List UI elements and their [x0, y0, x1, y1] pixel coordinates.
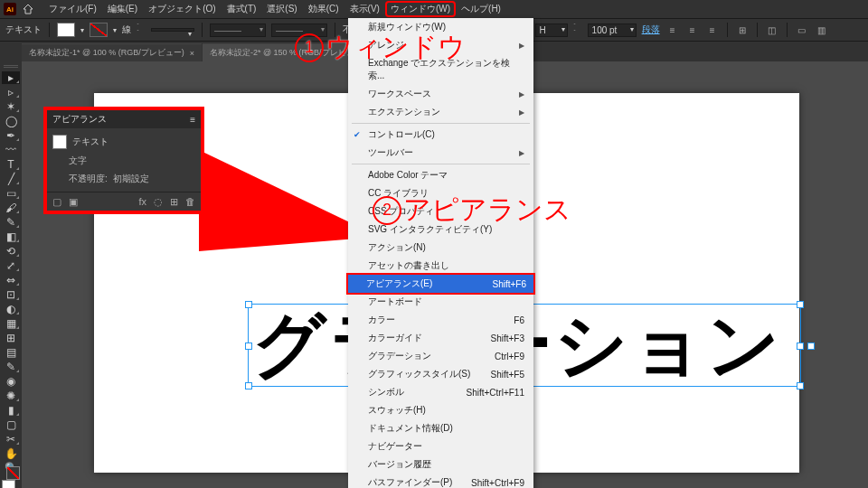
eyedropper-tool[interactable]: ✎ [2, 361, 20, 373]
menu-entry[interactable]: Adobe Color テーマ [348, 166, 533, 184]
menu-item[interactable]: ウィンドウ(W) [385, 1, 456, 17]
close-icon[interactable]: × [190, 49, 194, 58]
appearance-opacity-value[interactable]: 初期設定 [113, 173, 149, 185]
rectangle-tool[interactable]: ▭ [2, 187, 20, 200]
menu-entry[interactable]: カラーF6 [348, 311, 533, 329]
menu-label: ワークスペース [368, 88, 431, 100]
out-port-handle[interactable] [807, 343, 815, 350]
menu-item[interactable]: 書式(T) [222, 1, 262, 17]
free-transform-tool[interactable]: ⊡ [2, 288, 20, 301]
new-stroke-icon[interactable]: ▣ [69, 196, 78, 208]
menu-label: パスファインダー(P) [368, 476, 452, 488]
menu-entry[interactable]: ドキュメント情報(D) [348, 419, 533, 437]
pen-tool[interactable]: ✒ [2, 129, 20, 142]
align-left-icon[interactable]: ≡ [665, 23, 680, 37]
blend-tool[interactable]: ◉ [2, 375, 20, 388]
appearance-item[interactable]: テキスト [72, 136, 108, 148]
panel-tab[interactable]: アピアランス [52, 113, 107, 126]
menu-entry[interactable]: グラフィックスタイル(S)Shift+F5 [348, 365, 533, 383]
menu-entry[interactable]: ツールバー▶ [348, 144, 533, 162]
panel-menu-icon[interactable]: ≡ [190, 115, 195, 125]
artboard-tool[interactable]: ▢ [2, 418, 20, 431]
menu-entry[interactable]: アクション(N) [348, 239, 533, 257]
scale-tool[interactable]: ⤢ [2, 259, 20, 272]
rotate-tool[interactable]: ⟲ [2, 245, 20, 258]
toolbar-grip[interactable] [4, 65, 18, 68]
paintbrush-tool[interactable]: 🖌 [2, 202, 20, 214]
stroke-profile[interactable]: ——— [210, 23, 266, 37]
lasso-tool[interactable]: ◯ [2, 115, 20, 127]
misc-icon[interactable]: ▥ [815, 23, 829, 37]
slice-tool[interactable]: ✂ [2, 433, 20, 446]
home-icon[interactable] [22, 3, 34, 15]
window-menu[interactable]: 新規ウィンドウ(W)アレンジ▶Exchange でエクステンションを検索...ワ… [348, 18, 533, 488]
shape-builder-tool[interactable]: ◐ [2, 303, 20, 315]
magic-wand-tool[interactable]: ✶ [2, 100, 20, 113]
resize-handle[interactable] [797, 301, 804, 308]
stroke-swatch[interactable] [90, 23, 108, 37]
new-fill-icon[interactable]: ▢ [52, 196, 61, 208]
submenu-arrow-icon: ▶ [519, 90, 524, 99]
font-style-field[interactable]: H [535, 23, 568, 37]
menu-entry[interactable]: エクステンション▶ [348, 103, 533, 121]
fx-icon[interactable]: fx [138, 196, 146, 208]
shaper-tool[interactable]: ✎ [2, 216, 20, 229]
menu-entry[interactable]: アートボード [348, 293, 533, 311]
gradient-tool[interactable]: ▤ [2, 346, 20, 359]
align-obj-icon[interactable]: ⊞ [735, 23, 750, 37]
align-right-icon[interactable]: ≡ [705, 23, 720, 37]
menu-item[interactable]: 編集(E) [102, 1, 143, 17]
menu-entry[interactable]: スウォッチ(H) [348, 401, 533, 419]
menu-item[interactable]: 効果(C) [303, 1, 344, 17]
appearance-panel[interactable]: アピアランス ≡ テキスト 文字 不透明度:初期設定 ▢▣ fx◌⊞🗑 [43, 107, 204, 214]
curvature-tool[interactable]: 〰 [2, 144, 20, 156]
appearance-sub[interactable]: 文字 [69, 155, 87, 167]
trash-icon[interactable]: 🗑 [185, 196, 195, 208]
paragraph-link[interactable]: 段落 [642, 23, 660, 36]
direct-selection-tool[interactable]: ▹ [2, 86, 20, 99]
isolate-icon[interactable]: ▭ [795, 23, 809, 37]
menu-item[interactable]: ファイル(F) [43, 1, 102, 17]
file-tab[interactable]: 名称未設定-1* @ 100 % (RGB/プレビュー)× [22, 43, 202, 61]
perspective-tool[interactable]: ▦ [2, 317, 20, 330]
fill-swatch[interactable] [57, 23, 75, 37]
eraser-tool[interactable]: ◧ [2, 230, 20, 243]
width-tool[interactable]: ⇔ [2, 274, 20, 286]
menu-item[interactable]: ヘルプ(H) [456, 1, 506, 17]
duplicate-icon[interactable]: ⊞ [170, 196, 178, 208]
menu-entry[interactable]: アピアランス(E)Shift+F6 [346, 273, 535, 295]
menu-entry[interactable]: ✔コントロール(C) [348, 126, 533, 144]
menu-label: アピアランス(E) [366, 277, 432, 290]
menu-entry[interactable]: グラデーションCtrl+F9 [348, 347, 533, 365]
resize-handle[interactable] [245, 343, 252, 350]
clear-icon[interactable]: ◌ [154, 196, 163, 208]
transform-icon[interactable]: ◫ [765, 23, 779, 37]
menu-entry[interactable]: バージョン履歴 [348, 455, 533, 474]
menu-item[interactable]: 表示(V) [344, 1, 385, 17]
stroke-stepper[interactable]: ˄˅ [137, 23, 146, 37]
line-tool[interactable]: ╱ [2, 173, 20, 185]
resize-handle[interactable] [797, 382, 804, 389]
menu-entry[interactable]: シンボルShift+Ctrl+F11 [348, 383, 533, 401]
graph-tool[interactable]: ▮ [2, 404, 20, 417]
resize-handle[interactable] [797, 343, 804, 350]
menu-entry[interactable]: ワークスペース▶ [348, 85, 533, 103]
menu-entry[interactable]: カラーガイドShift+F3 [348, 329, 533, 347]
resize-handle[interactable] [245, 382, 252, 389]
menu-item[interactable]: オブジェクト(O) [143, 1, 221, 17]
mesh-tool[interactable]: ⊞ [2, 332, 20, 344]
menu-item[interactable]: 選択(S) [261, 1, 302, 17]
type-tool[interactable]: T [2, 158, 20, 171]
menu-entry[interactable]: パスファインダー(P)Shift+Ctrl+F9 [348, 474, 533, 488]
symbol-sprayer-tool[interactable]: ✺ [2, 389, 20, 402]
stroke-weight-field[interactable] [151, 28, 194, 32]
size-stepper[interactable]: ˄˅ [573, 23, 582, 37]
font-size-field[interactable]: 100 pt [588, 23, 637, 37]
selection-tool[interactable]: ▸ [2, 71, 20, 84]
stroke-label: 線 [122, 23, 131, 36]
menu-entry[interactable]: ナビゲーター [348, 437, 533, 455]
menu-entry[interactable]: アセットの書き出し [348, 257, 533, 275]
resize-handle[interactable] [245, 301, 252, 308]
align-center-icon[interactable]: ≡ [685, 23, 700, 37]
hand-tool[interactable]: ✋ [2, 447, 20, 460]
